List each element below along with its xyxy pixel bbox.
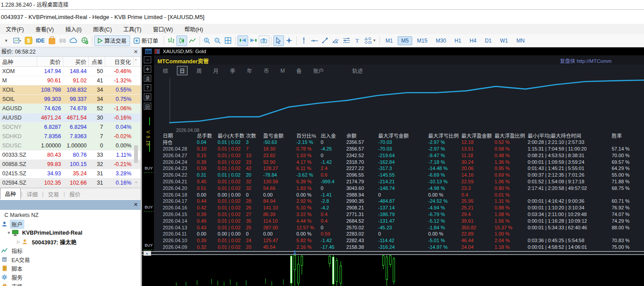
market-watch-row-M[interactable]: M90.6191.0241-1.32% <box>0 76 141 85</box>
chart-strip-button-5[interactable]: 回 <box>144 103 151 110</box>
zoom-in-icon[interactable] <box>202 35 212 46</box>
menu-item-查看[interactable]: 查看(V) <box>30 24 60 34</box>
chart-strip-button-0[interactable]: − <box>144 56 151 63</box>
mtcommander-tab-轨迹[interactable]: 轨迹 <box>349 66 365 75</box>
zoom-out-icon[interactable] <box>212 35 223 46</box>
menu-item-工具[interactable]: 工具(T) <box>118 24 147 34</box>
algo-trading-button[interactable]: 算法交易 <box>94 35 130 46</box>
mtcommander-tab-年[interactable]: 年 <box>244 66 255 75</box>
new-order-button[interactable]: 新订单 <box>130 35 162 46</box>
cursor-icon[interactable] <box>273 35 284 46</box>
navigator-item-C-Markets-NZ[interactable]: C Markets NZ <box>0 211 141 220</box>
screenshot-icon[interactable] <box>259 35 269 46</box>
navigator-titlebar[interactable] <box>0 200 141 210</box>
chart-titlebar[interactable]: XAUUSD,M5: Gold <box>142 47 644 55</box>
market-watch-tab-详细[interactable]: 详细 <box>22 189 42 200</box>
mtcommander-tab-备[interactable]: 备 <box>294 66 304 75</box>
market-watch-column-1[interactable]: 卖价 <box>37 57 63 66</box>
market-watch-row-02415.SZ[interactable]: 02415.SZ34.9335.24313.28% <box>0 169 141 178</box>
market-watch-tab-交易[interactable]: 交易 <box>44 189 64 200</box>
market-watch-header[interactable]: 品种卖价买价点差日变化 <box>0 57 141 67</box>
market-watch-row-SDHKD[interactable]: SDHKD7.83567.83637-0.02% <box>0 132 141 141</box>
market-watch-column-3[interactable]: 点差 <box>89 57 105 66</box>
crosshair-icon[interactable] <box>284 35 295 46</box>
chart-strip-button-4[interactable]: 禁 <box>144 93 151 100</box>
market-watch-row-SDCNY[interactable]: SDCNY6.82876.829470.04% <box>0 123 141 132</box>
navigator-item-服务[interactable]: 服务 <box>0 273 141 282</box>
market-watch-column-0[interactable]: 品种 <box>0 57 37 66</box>
market-watch-row-SDUSC[interactable]: SDUSC1.000001.0000000.00% <box>0 141 141 151</box>
mtcommander-tab-币[interactable]: 币 <box>261 66 272 75</box>
market-watch-column-2[interactable]: 买价 <box>63 57 89 66</box>
close-icon[interactable]: ✕ <box>132 201 139 208</box>
mtcommander-tab-日[interactable]: 日 <box>177 66 188 75</box>
mtcommander-tab-M[interactable]: M <box>278 67 288 75</box>
chart-window-icon[interactable] <box>12 35 23 46</box>
navigator-item-市场[interactable]: 市场 <box>0 282 141 286</box>
panel-splitter-horizontal[interactable] <box>142 251 644 255</box>
candle-chart-icon[interactable] <box>176 35 187 46</box>
market-watch-row-AUUSD[interactable]: AUUSD4671.244671.5430-0.16% <box>0 113 141 123</box>
scroll-up-icon[interactable]: ⌃ <box>133 58 139 65</box>
bar-chart-icon[interactable] <box>166 35 176 46</box>
chevron-right-icon[interactable]: ▷ <box>16 240 21 244</box>
tile-windows-icon[interactable] <box>223 35 234 46</box>
market-watch-tab-品种[interactable]: 品种 <box>0 188 21 200</box>
fibonacci-icon[interactable] <box>341 35 352 46</box>
line-chart-icon[interactable] <box>187 35 198 46</box>
community-icon[interactable] <box>79 35 90 46</box>
signal-icon[interactable]: ((o)) <box>57 35 68 46</box>
menu-item-插入[interactable]: 插入(I) <box>60 24 88 34</box>
timeframe-button-M15[interactable]: M15 <box>414 36 431 45</box>
panel-collapse-button[interactable]: ▸ <box>143 251 151 256</box>
dollar-icon[interactable]: $ <box>23 35 34 46</box>
mtcommander-tab-月[interactable]: 月 <box>211 66 221 75</box>
timeframe-button-H4[interactable]: H4 <box>466 36 480 45</box>
navigator-item-脚本[interactable]: 脚本 <box>0 264 141 273</box>
market-bag-icon[interactable] <box>46 35 57 46</box>
mtcommander-tab-季[interactable]: 季 <box>227 66 238 75</box>
market-watch-row-AGUSD[interactable]: AGUSD74.62674.67852-1.06% <box>0 104 141 113</box>
market-watch-row-02594.SZ[interactable]: 02594.SZ102.35102.66310.16% <box>0 178 141 188</box>
market-watch-scrollbar[interactable] <box>134 145 138 163</box>
navigator-item-指标[interactable]: 指标 <box>0 246 141 255</box>
chevron-down-icon[interactable]: ▼ <box>6 231 12 235</box>
ide-button[interactable]: IDE <box>34 35 46 46</box>
mtcommander-tab-账户[interactable]: 账户 <box>310 66 326 75</box>
chart-strip-button-2[interactable]: 清 <box>144 75 151 82</box>
channel-icon[interactable] <box>330 35 341 46</box>
menu-item-窗口[interactable]: 窗口(W) <box>147 24 179 34</box>
vertical-line-icon[interactable] <box>299 35 309 46</box>
navigator-item-KVBPrimeLimited-Real[interactable]: ▼KVBPrimeLimited-Real <box>0 228 141 237</box>
chart-strip-button-3[interactable]: ? <box>144 84 151 91</box>
trendline-icon[interactable] <box>320 35 330 46</box>
timeframe-button-W1[interactable]: W1 <box>497 36 512 45</box>
timeframe-button-D1[interactable]: D1 <box>481 36 495 45</box>
navigator-item-账户[interactable]: 账户 <box>0 220 141 228</box>
mtcommander-tab-周[interactable]: 周 <box>194 66 204 75</box>
market-watch-row-00858.SZ[interactable]: 00858.SZ99.83100.1532-0.21% <box>0 160 141 169</box>
navigator-item-50043937-操太艳[interactable]: ▷50043937: 操太艳 <box>0 237 141 246</box>
timeframe-button-MN[interactable]: MN <box>513 36 529 45</box>
market-watch-row-XOM[interactable]: XOM147.94148.4450-0.46% <box>0 67 141 76</box>
navigator-item-EA交易[interactable]: EAEA交易 <box>0 255 141 264</box>
cloud-icon[interactable] <box>68 35 79 46</box>
timeframe-button-M30[interactable]: M30 <box>432 36 449 45</box>
shapes-icon[interactable]: ▼ <box>363 35 378 46</box>
timeframe-button-H1[interactable]: H1 <box>451 36 465 45</box>
market-watch-column-4[interactable]: 日变化 <box>105 57 134 66</box>
chart-strip-button-1[interactable]: ✛ <box>144 66 151 73</box>
market-watch-row-00333.SZ[interactable]: 00333.SZ80.4380.76331.11% <box>0 151 141 160</box>
menu-item-图表[interactable]: 图表(C) <box>87 24 117 34</box>
mtcommander-tab-综[interactable]: 综 <box>160 66 171 75</box>
shift-end-icon[interactable] <box>238 35 248 46</box>
market-watch-titlebar[interactable]: 报价: 06:58:22 <box>0 47 141 57</box>
timeframe-button-M5[interactable]: M5 <box>398 36 412 45</box>
menu-item-文件[interactable]: 文件(F) <box>0 24 30 34</box>
timeframe-button-M1[interactable]: M1 <box>382 36 396 45</box>
text-icon[interactable]: T <box>352 35 363 46</box>
scroll-down-icon[interactable]: ⌄ <box>133 179 139 185</box>
market-watch-tab-报价[interactable]: 报价 <box>65 189 85 200</box>
caret-down-icon[interactable]: ▼ <box>1 35 12 46</box>
close-icon[interactable]: ✕ <box>132 48 139 55</box>
